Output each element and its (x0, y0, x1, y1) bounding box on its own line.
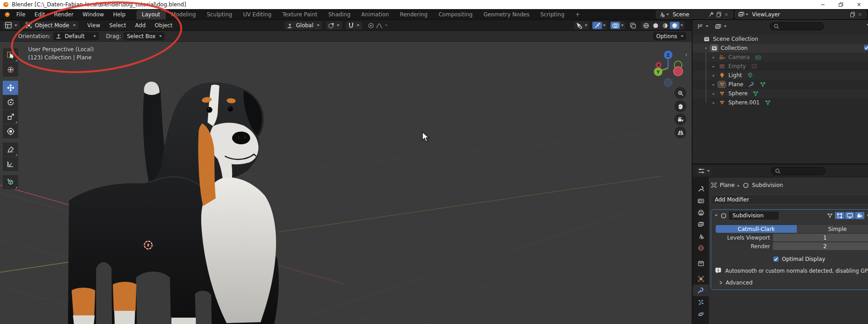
pin-icon[interactable] (707, 11, 715, 18)
scale-tool-button[interactable] (3, 110, 18, 124)
catmull-clark-button[interactable]: Catmull-Clark (716, 225, 797, 233)
tab-texture-paint[interactable]: Texture Paint (277, 10, 323, 20)
measure-tool-button[interactable] (3, 157, 18, 171)
properties-tab-world[interactable] (693, 242, 709, 254)
checkbox-spacer[interactable] (863, 54, 868, 60)
rotate-tool-button[interactable] (3, 95, 18, 109)
blender-menu-logo-icon[interactable] (4, 11, 11, 18)
show-in-viewport-icon[interactable] (845, 212, 854, 219)
outliner-search-input[interactable] (782, 23, 818, 30)
editor-type-dropdown[interactable] (3, 21, 20, 29)
dog-model[interactable] (68, 82, 279, 324)
properties-tab-physics[interactable] (693, 308, 709, 320)
snap-toggle[interactable] (346, 21, 362, 29)
properties-tab-particles[interactable] (693, 296, 709, 308)
outliner-row-camera[interactable]: ▸Camera (693, 53, 868, 62)
new-scene-icon[interactable] (715, 11, 723, 18)
menu-help[interactable]: Help (108, 11, 130, 18)
outliner-search[interactable] (770, 22, 824, 30)
outliner-filter-dropdown[interactable] (695, 22, 711, 30)
outliner-row-collection[interactable]: ▾Collection (693, 44, 868, 53)
modifier-name-field[interactable]: Subdivision (729, 211, 779, 220)
selectability-dropdown[interactable] (574, 21, 589, 29)
outliner-row-sphere[interactable]: ▸Sphere (693, 89, 868, 98)
select-box-tool-button[interactable] (3, 48, 18, 62)
disclosure-open-icon[interactable]: ▾ (703, 46, 709, 50)
outliner-row-scene-collection[interactable]: Scene Collection (693, 34, 868, 44)
checkbox-spacer[interactable] (863, 90, 868, 97)
breadcrumb-modifier[interactable]: Subdivision (752, 182, 783, 188)
shading-rendered-icon[interactable] (670, 22, 679, 29)
outliner-item-name[interactable]: Light (728, 72, 742, 79)
checkbox-spacer[interactable] (863, 99, 868, 106)
shading-wireframe-icon[interactable] (641, 22, 651, 29)
outliner-item-name[interactable]: Scene Collection (713, 36, 758, 42)
add-modifier-button[interactable]: Add Modifier (711, 195, 868, 205)
ortho-grid-icon[interactable] (674, 127, 686, 138)
minimize-button[interactable]: − (814, 0, 832, 9)
properties-tab-modifiers[interactable] (693, 285, 709, 296)
optimal-display-checkbox[interactable] (773, 256, 779, 262)
checkbox-spacer[interactable] (863, 72, 868, 79)
tab-sculpting[interactable]: Sculpting (201, 10, 238, 20)
outliner-display-mode-dropdown[interactable] (713, 22, 729, 30)
tab--[interactable]: + (570, 10, 585, 20)
outliner-row-light[interactable]: ▸Light (693, 71, 868, 80)
menu-render[interactable]: Render (49, 11, 78, 18)
camera-view-icon[interactable] (674, 113, 686, 125)
pan-hand-icon[interactable] (674, 100, 686, 112)
breadcrumb-object[interactable]: Plane (720, 182, 735, 188)
tab-uv-editing[interactable]: UV Editing (238, 10, 277, 20)
close-button[interactable]: × (850, 0, 868, 9)
show-on-cage-icon[interactable] (825, 212, 834, 219)
outliner-row-plane[interactable]: ▸Plane (693, 80, 868, 89)
viewport-menu-object[interactable]: Object (150, 22, 177, 29)
outliner-filter-funnel[interactable] (864, 22, 868, 30)
properties-tab-view-layer[interactable] (693, 218, 709, 230)
properties-tab-render[interactable] (693, 195, 709, 206)
outliner-row-sphere-001[interactable]: ▸Sphere.001 (693, 98, 868, 107)
restore-button[interactable] (832, 0, 850, 9)
shading-material-icon[interactable] (660, 22, 670, 29)
drag-dropdown[interactable]: Select Box (124, 32, 165, 40)
properties-editor-dropdown[interactable] (696, 167, 713, 175)
menu-file[interactable]: File (12, 11, 30, 18)
tab-compositing[interactable]: Compositing (433, 10, 478, 20)
outliner-row-empty[interactable]: ▸Empty (693, 62, 868, 71)
outliner-item-name[interactable]: Sphere (728, 90, 747, 97)
render-field[interactable]: 2 (773, 242, 868, 250)
disclosure-closed-icon[interactable]: ▸ (711, 64, 717, 69)
show-in-editmode-icon[interactable] (835, 212, 844, 219)
checkbox-spacer[interactable] (863, 63, 868, 69)
disclosure-closed-icon[interactable]: ▸ (711, 101, 717, 105)
sidebar-collapse-icon[interactable]: ‹ (685, 51, 688, 58)
outliner-item-name[interactable]: Plane (728, 81, 743, 88)
navigation-gizmo[interactable]: X Z Y (654, 51, 683, 87)
viewport-menu-view[interactable]: View (83, 22, 105, 29)
exclude-checkbox[interactable] (863, 44, 868, 51)
outliner-item-name[interactable]: Empty (728, 63, 746, 69)
viewport-menu-select[interactable]: Select (105, 22, 131, 29)
scene-selector[interactable]: Scene × (656, 10, 733, 19)
menu-window[interactable]: Window (78, 11, 108, 18)
proportional-editing[interactable] (366, 21, 390, 29)
properties-tab-output[interactable] (693, 206, 709, 218)
properties-search[interactable] (771, 167, 825, 175)
outliner-item-name[interactable]: Collection (721, 45, 747, 51)
remove-view-layer-icon[interactable]: × (856, 11, 864, 18)
shading-solid-icon[interactable] (651, 22, 660, 29)
transform-orientation-dropdown[interactable]: Global (285, 21, 322, 29)
tab-geometry-nodes[interactable]: Geometry Nodes (478, 10, 535, 20)
gizmos-dropdown[interactable] (592, 21, 607, 29)
disclosure-closed-icon[interactable]: ▸ (711, 74, 717, 78)
disclosure-closed-icon[interactable]: ▸ (711, 83, 717, 87)
zoom-icon[interactable] (674, 87, 686, 99)
orientation-dropdown[interactable]: Default (53, 32, 99, 40)
advanced-section[interactable]: Advanced (718, 280, 868, 286)
panel-collapse-icon[interactable] (715, 215, 718, 216)
simple-button[interactable]: Simple (797, 225, 868, 233)
tab-scripting[interactable]: Scripting (535, 10, 570, 20)
viewport-menu-add[interactable]: Add (131, 22, 150, 29)
properties-tab-tool[interactable] (693, 183, 709, 195)
new-view-layer-icon[interactable] (849, 11, 856, 18)
